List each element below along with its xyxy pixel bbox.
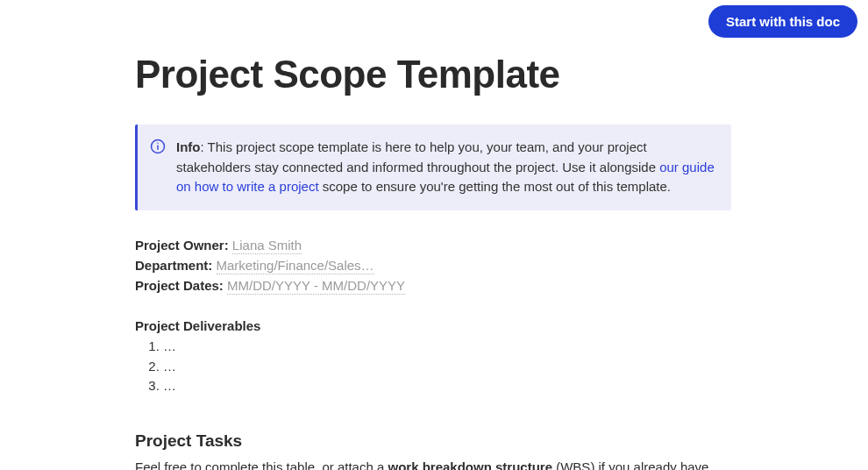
project-tasks-body: Feel free to complete this table, or att…: [135, 458, 731, 470]
tasks-text-1: Feel free to complete this table, or att…: [135, 459, 388, 470]
start-with-doc-button[interactable]: Start with this doc: [708, 5, 857, 38]
document-body: Project Scope Template Info: This projec…: [0, 0, 731, 470]
department-label: Department:: [135, 258, 217, 273]
department-row: Department: Marketing/Finance/Sales…: [135, 255, 731, 275]
svg-point-2: [157, 143, 159, 145]
info-text: Info: This project scope template is her…: [176, 138, 715, 197]
list-item[interactable]: …: [163, 337, 731, 357]
list-item[interactable]: …: [163, 357, 731, 377]
project-owner-row: Project Owner: Liana Smith: [135, 235, 731, 255]
info-body-2: scope to ensure you're getting the most …: [319, 179, 671, 194]
info-body-1: : This project scope template is here to…: [176, 139, 659, 174]
project-tasks-heading: Project Tasks: [135, 431, 731, 451]
project-dates-row: Project Dates: MM/DD/YYYY - MM/DD/YYYY: [135, 275, 731, 296]
project-meta: Project Owner: Liana Smith Department: M…: [135, 235, 731, 296]
tasks-bold: work breakdown structure: [388, 459, 553, 470]
page-title: Project Scope Template: [135, 53, 731, 96]
department-value[interactable]: Marketing/Finance/Sales…: [217, 258, 374, 274]
info-prefix: Info: [176, 139, 201, 154]
project-dates-value[interactable]: MM/DD/YYYY - MM/DD/YYYY: [227, 278, 405, 295]
info-icon: [150, 139, 166, 158]
list-item[interactable]: …: [163, 376, 731, 396]
project-dates-label: Project Dates:: [135, 278, 227, 293]
project-owner-label: Project Owner:: [135, 238, 232, 253]
deliverables-heading: Project Deliverables: [135, 318, 731, 333]
project-owner-value[interactable]: Liana Smith: [232, 238, 302, 254]
info-callout: Info: This project scope template is her…: [135, 125, 731, 210]
deliverables-list: … … …: [135, 337, 731, 396]
